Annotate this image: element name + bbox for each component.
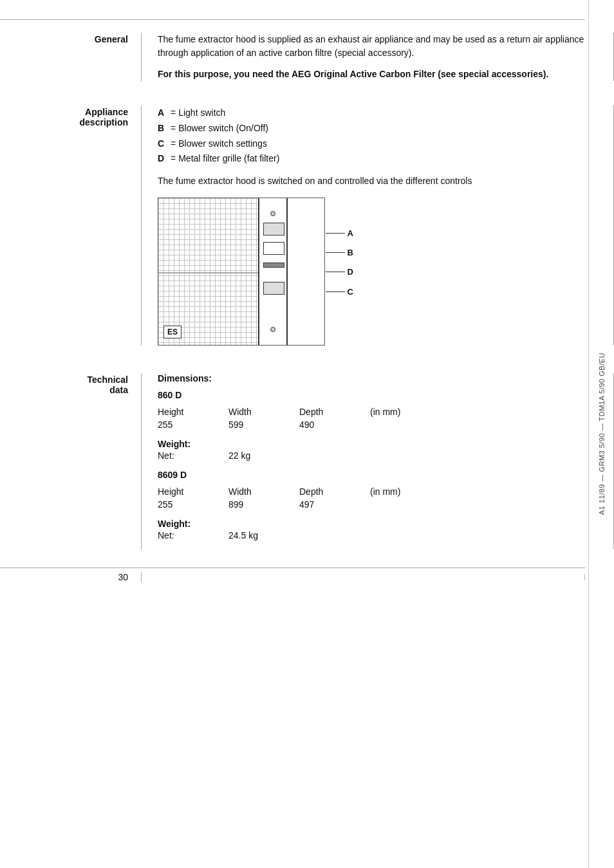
val-depth-1: 490 [299,420,370,430]
diagram-label-c: C [326,287,353,297]
val-unit-2 [370,499,441,510]
general-label: General [0,33,142,81]
item-desc-b: Blower switch (On/Off) [178,121,268,136]
col-width-1: Width [228,407,299,417]
model1-col-headers: Height Width Depth (in mm) [158,407,604,417]
appliance-body: A = Light switch B = Blower switch (On/O… [142,106,614,346]
diagram-label-b: B [326,248,353,257]
diagram-grid-bg [158,198,258,345]
appliance-label: Appliance description [0,106,142,346]
weight1-section: Weight: Net: 22 kg [158,439,604,461]
diagram-label-a: A [326,228,353,238]
item-desc-c: Blower switch settings [178,136,267,152]
val-depth-2: 497 [299,499,370,510]
val-unit-1 [370,420,441,430]
technical-label: Technical data [0,373,142,549]
model2-col-values: 255 899 497 [158,499,604,510]
ctrl-box-b [263,242,284,255]
list-item: C = Blower switch settings [158,136,604,152]
general-para1: The fume extractor hood is supplied as a… [158,33,604,60]
item-eq-b: = [171,121,176,136]
list-item: A = Light switch [158,106,604,121]
weight1-row: Net: 22 kg [158,450,604,461]
col-depth-1: Depth [299,407,370,417]
col-unit-1: (in mm) [370,407,441,417]
appliance-list: A = Light switch B = Blower switch (On/O… [158,106,604,167]
item-key-b: B [158,121,168,136]
weight1-label: Weight: [158,439,604,449]
grid-divider [158,272,258,273]
col-width-2: Width [228,486,299,497]
sidebar: A1 11/89 — GRM3 5/90 — TDM1A 5/90 GB/EU [588,0,614,868]
weight2-net-value: 24.5 kg [228,530,258,540]
dimensions-title: Dimensions: [158,373,604,383]
es-badge: ES [163,326,181,338]
val-height-2: 255 [158,499,228,510]
ctrl-box-d [263,263,284,268]
col-height-2: Height [158,486,228,497]
val-width-2: 899 [228,499,299,510]
val-width-1: 599 [228,420,299,430]
item-eq-a: = [171,106,176,121]
page-number: 30 [0,572,142,582]
item-key-d: D [158,151,168,167]
panel-right-border [287,198,288,345]
col-depth-2: Depth [299,486,370,497]
diagram-panel [258,198,287,345]
weight2-net-label: Net: [158,530,228,540]
item-desc-d: Metal filter grille (fat filter) [178,151,279,167]
appliance-note: The fume extractor hood is switched on a… [158,174,604,188]
item-key-c: C [158,136,168,152]
weight2-label: Weight: [158,519,604,529]
col-height-1: Height [158,407,228,417]
ctrl-light-top [270,211,275,216]
item-desc-a: Light switch [178,106,225,121]
item-key-a: A [158,106,168,121]
list-item: D = Metal filter grille (fat filter) [158,151,604,167]
model1-col-values: 255 599 490 [158,420,604,430]
val-height-1: 255 [158,420,228,430]
diagram-label-d: D [326,267,353,277]
weight2-section: Weight: Net: 24.5 kg [158,519,604,540]
model2-col-headers: Height Width Depth (in mm) [158,486,604,497]
general-body: The fume extractor hood is supplied as a… [142,33,614,81]
appliance-diagram: A B D C ES [158,198,325,346]
item-eq-c: = [171,136,176,152]
model1-name: 860 D [158,390,604,400]
weight2-row: Net: 24.5 kg [158,530,604,540]
technical-body: Dimensions: 860 D Height Width Depth (in… [142,373,614,549]
ctrl-box-c [263,282,284,295]
sidebar-text: A1 11/89 — GRM3 5/90 — TDM1A 5/90 GB/EU [598,353,606,515]
item-eq-d: = [171,151,176,167]
weight1-net-value: 22 kg [228,450,250,461]
model2-name: 8609 D [158,470,604,480]
list-item: B = Blower switch (On/Off) [158,121,604,136]
ctrl-light-bottom [270,327,275,332]
general-para2: For this purpose, you need the AEG Origi… [158,68,604,81]
weight1-net-label: Net: [158,450,228,461]
col-unit-2: (in mm) [370,486,441,497]
ctrl-box-a [263,223,284,235]
page-footer-body [142,575,585,580]
